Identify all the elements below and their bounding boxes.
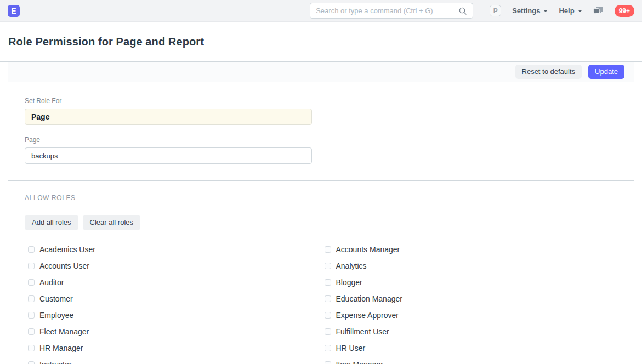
role-label: Education Manager	[336, 294, 402, 303]
user-avatar[interactable]: P	[490, 5, 501, 16]
chevron-down-icon	[578, 10, 582, 12]
role-label: Auditor	[39, 278, 64, 287]
navbar-right-cluster: P Settings Help 99+	[490, 5, 634, 17]
role-row[interactable]: Instructor	[25, 356, 321, 364]
role-row[interactable]: Auditor	[25, 274, 321, 291]
role-row[interactable]: Customer	[25, 291, 321, 307]
role-row[interactable]: Fleet Manager	[25, 323, 321, 340]
role-label: Instructor	[39, 360, 71, 364]
role-label: Accounts Manager	[336, 245, 400, 254]
chat-icon[interactable]	[593, 6, 604, 15]
role-row[interactable]: Employee	[25, 307, 321, 323]
role-checkbox[interactable]	[28, 263, 35, 269]
form-section: Set Role For Page Page	[8, 82, 634, 181]
role-checkbox[interactable]	[325, 263, 331, 269]
settings-menu-label: Settings	[512, 7, 540, 15]
clear-all-roles-button[interactable]: Clear all roles	[83, 215, 140, 230]
app-logo-letter: E	[11, 7, 16, 15]
role-label: Employee	[39, 311, 73, 320]
role-checkbox[interactable]	[28, 295, 35, 302]
role-label: Item Manager	[336, 360, 383, 364]
search-input[interactable]	[316, 7, 458, 15]
page-field-group: Page	[25, 136, 617, 164]
set-role-for-select[interactable]: Page	[25, 109, 312, 125]
role-checkbox[interactable]	[325, 246, 331, 253]
role-checkbox[interactable]	[28, 361, 35, 364]
notifications-badge[interactable]: 99+	[615, 5, 634, 17]
page-head: Role Permission for Page and Report	[0, 22, 642, 61]
settings-menu[interactable]: Settings	[512, 7, 548, 15]
role-checkbox[interactable]	[325, 295, 331, 302]
roles-grid: Academics User Accounts User Auditor	[25, 241, 617, 364]
role-checkbox[interactable]	[28, 312, 35, 318]
chevron-down-icon	[543, 10, 548, 12]
set-role-for-label: Set Role For	[25, 97, 617, 105]
page-field-input[interactable]	[25, 147, 312, 164]
roles-actions: Add all roles Clear all roles	[25, 215, 617, 230]
role-checkbox[interactable]	[325, 345, 331, 351]
role-checkbox[interactable]	[325, 312, 331, 318]
role-row[interactable]: Academics User	[25, 241, 321, 258]
user-avatar-letter: P	[493, 7, 498, 15]
roles-section: ALLOW ROLES Add all roles Clear all role…	[8, 181, 634, 364]
role-row[interactable]: Item Manager	[321, 356, 618, 364]
role-label: Blogger	[336, 278, 362, 287]
add-all-roles-button[interactable]: Add all roles	[25, 215, 78, 230]
role-checkbox[interactable]	[325, 279, 331, 286]
role-checkbox[interactable]	[28, 345, 35, 351]
role-row[interactable]: Education Manager	[321, 291, 618, 307]
roles-column-right: Accounts Manager Analytics Blogger	[321, 241, 618, 364]
role-checkbox[interactable]	[325, 361, 331, 364]
update-button[interactable]: Update	[588, 65, 624, 79]
set-role-for-group: Set Role For Page	[25, 97, 617, 125]
page-title: Role Permission for Page and Report	[8, 36, 204, 48]
global-search	[310, 3, 473, 19]
role-row[interactable]: Accounts User	[25, 258, 321, 274]
help-menu[interactable]: Help	[559, 7, 582, 15]
role-label: HR User	[336, 344, 366, 352]
role-row[interactable]: Expense Approver	[321, 307, 618, 323]
roles-column-left: Academics User Accounts User Auditor	[25, 241, 321, 364]
role-row[interactable]: HR User	[321, 340, 618, 356]
role-checkbox[interactable]	[28, 246, 35, 253]
role-checkbox[interactable]	[28, 328, 35, 335]
role-label: Accounts User	[39, 261, 89, 270]
allow-roles-heading: ALLOW ROLES	[25, 194, 617, 202]
role-label: Customer	[39, 294, 73, 303]
search-icon[interactable]	[458, 7, 467, 15]
role-label: Academics User	[39, 245, 95, 254]
role-label: Expense Approver	[336, 311, 399, 320]
page-field-label: Page	[25, 136, 617, 144]
main-card: Reset to defaults Update Set Role For Pa…	[8, 62, 634, 364]
help-menu-label: Help	[559, 7, 574, 15]
role-checkbox[interactable]	[325, 328, 331, 335]
role-label: Analytics	[336, 261, 367, 270]
role-checkbox[interactable]	[28, 279, 35, 286]
role-row[interactable]: Fulfillment User	[321, 323, 618, 340]
role-row[interactable]: HR Manager	[25, 340, 321, 356]
role-label: HR Manager	[39, 344, 83, 352]
app-logo[interactable]: E	[8, 5, 20, 17]
role-label: Fulfillment User	[336, 327, 389, 336]
role-label: Fleet Manager	[39, 327, 89, 336]
role-row[interactable]: Blogger	[321, 274, 618, 291]
role-row[interactable]: Accounts Manager	[321, 241, 618, 258]
role-row[interactable]: Analytics	[321, 258, 618, 274]
navbar: E P Settings Help 99+	[0, 0, 642, 22]
card-toolbar: Reset to defaults Update	[8, 62, 634, 82]
reset-to-defaults-button[interactable]: Reset to defaults	[515, 65, 582, 79]
